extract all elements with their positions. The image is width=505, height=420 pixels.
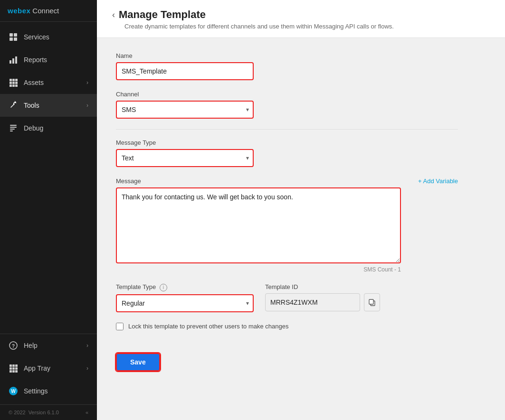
sidebar-item-label: App Tray [24,364,50,372]
sidebar-item-services[interactable]: Services [0,26,97,48]
template-type-select-wrapper: Regular Promotional Transactional ▾ [116,294,254,312]
sidebar-item-label: Settings [24,387,48,395]
template-type-label: Template Type i [116,283,254,291]
template-type-subgroup: Template Type i Regular Promotional Tran… [116,283,254,312]
svg-rect-27 [12,367,15,370]
grid-icon [9,32,18,42]
assets-icon [9,78,18,87]
svg-rect-7 [10,79,12,81]
svg-rect-11 [12,82,15,84]
sidebar-footer: © 2022 Version 6.1.0 « [0,404,97,420]
channel-label: Channel [116,91,458,98]
sms-count: SMS Count - 1 [116,266,401,273]
svg-rect-12 [15,82,18,84]
template-type-select[interactable]: Regular Promotional Transactional [116,294,254,312]
sidebar-item-debug[interactable]: Debug [0,117,97,140]
svg-rect-26 [10,367,12,370]
name-group: Name [116,52,458,80]
page-subtitle: Create dynamic templates for different c… [124,23,490,30]
sidebar-item-label: Debug [24,124,43,132]
sidebar-item-label: Tools [24,102,39,109]
settings-icon: W [9,386,18,396]
sidebar: webex Connect Services [0,0,97,420]
info-icon[interactable]: i [160,284,167,291]
name-input[interactable] [116,62,254,80]
collapse-button[interactable]: « [86,410,88,415]
chevron-right-icon: › [86,342,88,349]
bar-chart-icon [9,55,18,65]
sidebar-bottom: ? Help › [0,334,97,404]
channel-select[interactable]: SMS Email WhatsApp Push [116,101,254,119]
page-title: Manage Template [119,9,206,21]
svg-rect-1 [14,33,17,37]
copyright-text: © 2022 [9,410,26,415]
version-text: Version 6.1.0 [29,410,59,415]
sidebar-item-app-tray[interactable]: App Tray › [0,357,97,380]
svg-rect-13 [10,84,12,87]
chevron-right-icon: › [86,79,88,86]
svg-rect-3 [14,37,17,41]
template-id-field [265,293,380,311]
template-id-input[interactable] [265,293,360,311]
sidebar-nav: Services Reports [0,22,97,404]
svg-rect-0 [10,33,13,37]
back-button[interactable]: ‹ [112,10,115,20]
svg-rect-9 [15,79,18,81]
main-content: ‹ Manage Template Create dynamic templat… [97,0,505,420]
page-header: ‹ Manage Template Create dynamic templat… [97,0,505,38]
template-id-label: Template ID [265,283,380,290]
save-button-row: Save [116,353,458,390]
message-textarea[interactable] [116,187,401,263]
sidebar-item-label: Services [24,33,49,41]
sidebar-item-label: Reports [24,56,47,64]
svg-rect-29 [10,370,12,373]
sidebar-item-label: Help [24,342,38,349]
app-logo: webex Connect [0,0,97,22]
name-label: Name [116,52,458,59]
sidebar-item-help[interactable]: ? Help › [0,334,97,357]
sidebar-item-reports[interactable]: Reports [0,48,97,71]
sidebar-item-label: Assets [24,79,44,86]
svg-rect-35 [369,299,373,304]
svg-rect-4 [10,60,11,64]
svg-rect-6 [15,56,17,64]
svg-rect-25 [15,364,18,367]
add-variable-button[interactable]: Add Variable [418,177,458,185]
svg-rect-17 [10,125,17,126]
svg-rect-18 [10,127,17,128]
message-type-select[interactable]: Text Media Template [116,149,254,167]
template-form: Name Channel SMS Email WhatsApp Push ▾ M… [97,38,477,404]
message-type-group: Message Type Text Media Template ▾ [116,139,458,167]
svg-rect-8 [12,79,15,81]
svg-rect-10 [10,82,12,84]
svg-rect-23 [10,364,12,367]
svg-rect-2 [10,37,13,41]
help-icon: ? [9,341,18,350]
copy-button[interactable] [364,293,380,311]
save-button[interactable]: Save [116,353,160,371]
template-type-row: Template Type i Regular Promotional Tran… [116,283,458,312]
svg-rect-14 [12,84,15,87]
message-type-select-wrapper: Text Media Template ▾ [116,149,254,167]
svg-point-16 [14,103,16,105]
channel-select-wrapper: SMS Email WhatsApp Push ▾ [116,101,254,119]
svg-rect-28 [15,367,18,370]
svg-rect-24 [12,364,15,367]
svg-rect-5 [12,58,14,64]
sidebar-item-settings[interactable]: W Settings [0,380,97,402]
message-label: Message [116,177,141,185]
copy-icon [368,299,376,306]
chevron-right-icon: › [86,365,88,372]
sidebar-item-tools[interactable]: Tools › [0,94,97,117]
debug-icon [9,123,18,133]
template-id-subgroup: Template ID [265,283,380,311]
chevron-right-icon: › [86,102,88,109]
channel-group: Channel SMS Email WhatsApp Push ▾ [116,91,458,119]
svg-rect-20 [10,131,13,131]
svg-rect-19 [10,129,15,130]
logo-webex: webex [8,7,30,15]
lock-checkbox[interactable] [116,323,124,330]
svg-rect-30 [12,370,15,373]
template-type-id-group: Template Type i Regular Promotional Tran… [116,283,458,312]
sidebar-item-assets[interactable]: Assets › [0,71,97,94]
